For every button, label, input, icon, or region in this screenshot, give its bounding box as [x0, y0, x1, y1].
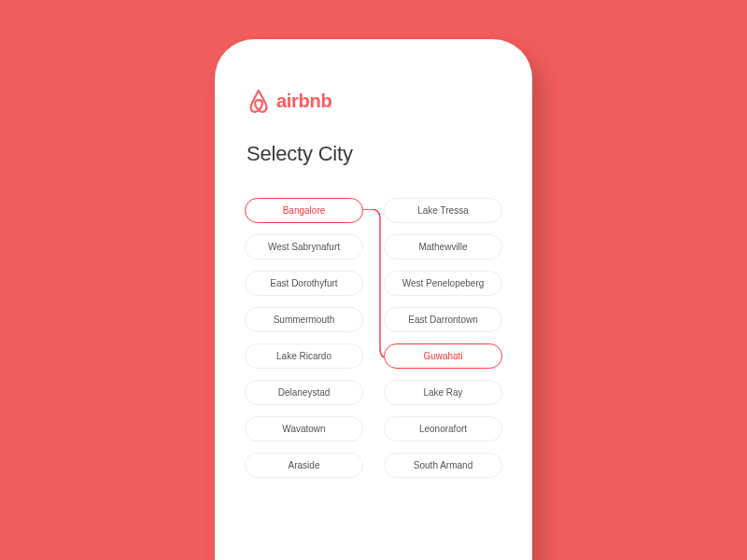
- city-pill-guwahati[interactable]: Guwahati: [384, 343, 502, 369]
- city-pill-delaneystad[interactable]: Delaneystad: [245, 380, 363, 405]
- city-pill-east-dorothyfurt[interactable]: East Dorothyfurt: [245, 271, 363, 296]
- city-pill-mathewville[interactable]: Mathewville: [384, 234, 502, 259]
- city-pill-west-sabrynafurt[interactable]: West Sabrynafurt: [245, 234, 363, 259]
- brand-name: airbnb: [276, 91, 331, 112]
- city-pill-west-penelopeberg[interactable]: West Penelopeberg: [384, 271, 502, 296]
- city-pill-wavatown[interactable]: Wavatown: [245, 416, 363, 441]
- city-pill-lake-ricardo[interactable]: Lake Ricardo: [245, 343, 363, 369]
- city-pill-lake-ray[interactable]: Lake Ray: [384, 380, 502, 405]
- phone-frame: airbnb Selecty City Bangalore Lake Tress…: [215, 39, 532, 560]
- airbnb-logo-icon: [247, 88, 271, 114]
- city-pill-lake-tressa[interactable]: Lake Tressa: [384, 198, 502, 223]
- page-title: Selecty City: [247, 142, 504, 166]
- city-pill-araside[interactable]: Araside: [245, 453, 363, 478]
- city-pill-east-darrontown[interactable]: East Darrontown: [384, 307, 502, 332]
- city-pill-bangalore[interactable]: Bangalore: [245, 198, 363, 223]
- logo-row: airbnb: [247, 88, 504, 114]
- city-grid: Bangalore Lake Tressa West Sabrynafurt M…: [243, 198, 504, 478]
- city-pill-leonorafort[interactable]: Leonorafort: [384, 416, 502, 441]
- city-pill-summermouth[interactable]: Summermouth: [245, 307, 363, 332]
- city-pill-south-armand[interactable]: South Armand: [384, 453, 502, 478]
